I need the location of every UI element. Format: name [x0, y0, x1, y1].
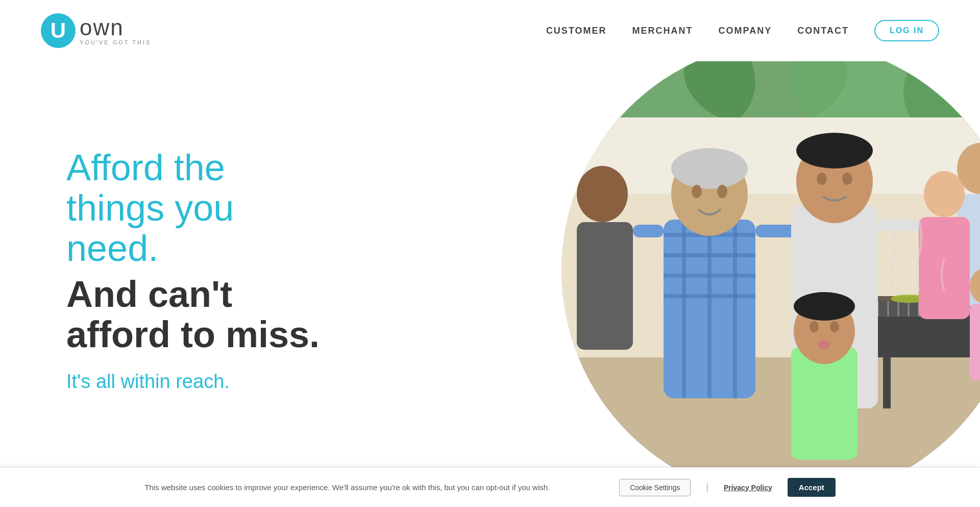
svg-point-63 [924, 171, 965, 217]
svg-rect-64 [919, 217, 970, 319]
hero-line4: And can't [66, 274, 320, 315]
svg-text:U: U [51, 18, 66, 42]
cookie-message: This website uses cookies to improve you… [144, 483, 604, 492]
cookie-divider: | [706, 482, 708, 493]
svg-point-59 [830, 321, 839, 332]
svg-rect-17 [873, 317, 980, 357]
hero-subtitle: It's all within reach. [66, 370, 320, 394]
nav-merchant[interactable]: MERCHANT [632, 26, 693, 36]
hero-section: Afford the things you need. And can't af… [0, 61, 980, 480]
hero-text-block: Afford the things you need. And can't af… [66, 148, 320, 394]
hero-line3: need. [66, 229, 320, 269]
nav-company[interactable]: COMPANY [719, 26, 772, 36]
nav-customer[interactable]: CUSTOMER [546, 26, 607, 36]
logo-tagline: YOU'VE GOT THIS [80, 40, 151, 45]
svg-point-58 [810, 321, 819, 332]
accept-button[interactable]: Accept [788, 478, 836, 497]
login-button[interactable]: LOG IN [874, 20, 939, 41]
cookie-banner: This website uses cookies to improve you… [0, 467, 980, 507]
u-logo-icon: U [41, 13, 76, 48]
nav-contact[interactable]: CONTACT [797, 26, 849, 36]
hero-image-container [419, 61, 980, 480]
svg-point-50 [817, 173, 827, 185]
svg-rect-68 [577, 222, 633, 350]
bbq-scene-svg [561, 61, 980, 480]
cookie-settings-button[interactable]: Cookie Settings [619, 479, 691, 496]
svg-point-41 [671, 148, 748, 189]
main-nav: CUSTOMER MERCHANT COMPANY CONTACT LOG IN [546, 20, 939, 41]
svg-point-49 [796, 133, 873, 168]
svg-point-67 [577, 166, 628, 222]
svg-point-57 [794, 292, 855, 321]
svg-rect-44 [633, 225, 664, 237]
svg-point-51 [842, 173, 852, 185]
svg-point-42 [692, 185, 702, 198]
svg-rect-66 [970, 304, 980, 380]
hero-line2: things you [66, 188, 320, 228]
svg-rect-9 [561, 357, 980, 480]
hero-line5: afford to miss. [66, 315, 320, 355]
svg-rect-29 [883, 357, 891, 408]
hero-circle-image [561, 61, 980, 480]
header: U own YOU'VE GOT THIS CUSTOMER MERCHANT … [0, 0, 980, 61]
logo-text: own YOU'VE GOT THIS [80, 16, 151, 45]
logo[interactable]: U own YOU'VE GOT THIS [41, 13, 151, 48]
svg-point-43 [717, 185, 727, 198]
hero-line1: Afford the [66, 148, 320, 188]
svg-point-60 [818, 340, 830, 349]
privacy-policy-link[interactable]: Privacy Policy [724, 484, 772, 492]
logo-own: own [80, 16, 151, 39]
